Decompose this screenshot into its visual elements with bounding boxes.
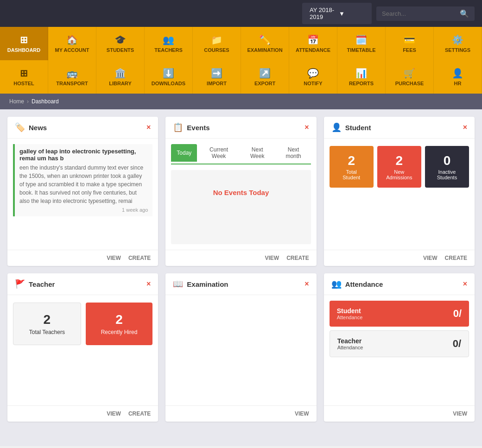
attendance-view-link[interactable]: VIEW (453, 410, 467, 417)
nav-item-notify[interactable]: 💬NOTIFY (289, 60, 337, 94)
teacher-att-value: 0/ (453, 338, 461, 350)
student-card-footer: VIEW CREATE (324, 250, 475, 266)
examination-close-button[interactable]: × (304, 280, 309, 288)
nav-item-examination[interactable]: ✏️EXAMINATION (241, 27, 289, 60)
search-button[interactable]: 🔍 (460, 9, 469, 18)
settings-icon: ⚙️ (452, 34, 463, 45)
teacher-card-header: 🚩 Teacher × (7, 273, 158, 295)
news-card-title: 🏷️ News (15, 122, 47, 133)
total-student-stat: 2 TotalStudent (330, 146, 374, 188)
attendance-close-button[interactable]: × (463, 280, 467, 288)
inactive-students-stat: 0 InactiveStudents (425, 146, 469, 188)
teacher-stats: 2 Total Teachers 2 Recently Hired (13, 303, 152, 345)
nav-item-fees[interactable]: 💳FEES (386, 27, 434, 60)
teacher-card-footer: VIEW CREATE (7, 405, 158, 422)
attendance-icon: 📅 (307, 34, 319, 45)
nav-item-transport[interactable]: 🚌TRANSPORT (48, 60, 96, 94)
recently-hired-stat: 2 Recently Hired (86, 303, 153, 345)
teacher-att-title: Teacher (337, 337, 363, 345)
nav-item-timetable[interactable]: 🗓️TIMETABLE (337, 27, 386, 60)
news-view-link[interactable]: VIEW (107, 255, 121, 261)
news-close-button[interactable]: × (146, 123, 151, 132)
student-create-link[interactable]: CREATE (445, 255, 467, 261)
nav-item-dashboard[interactable]: ⊞DASHBOARD (0, 27, 48, 60)
examination-view-link[interactable]: VIEW (295, 410, 309, 417)
teacher-view-link[interactable]: VIEW (107, 410, 121, 417)
student-att-sub: Attendance (337, 315, 363, 320)
news-create-link[interactable]: CREATE (128, 255, 151, 261)
nav-item-export[interactable]: ↗️EXPORT (241, 60, 289, 94)
new-admissions-label: NewAdmissions (386, 169, 412, 180)
nav-item-attendance[interactable]: 📅ATTENDANCE (289, 27, 337, 60)
student-att-value: 0/ (453, 308, 462, 320)
library-icon: 🏛️ (114, 68, 126, 79)
teacher-card: 🚩 Teacher × 2 Total Teachers 2 Recently … (7, 273, 158, 422)
student-close-button[interactable]: × (463, 123, 467, 132)
dropdown-icon: ▼ (339, 10, 364, 17)
news-item-time: 1 week ago (19, 207, 148, 213)
total-teachers-stat: 2 Total Teachers (13, 303, 81, 345)
events-tab-next-week[interactable]: Next Week (241, 144, 274, 162)
events-tab-next-month[interactable]: Next month (276, 144, 311, 162)
downloads-icon: ⬇️ (163, 68, 174, 79)
events-card-header: 📋 Events × (165, 117, 316, 139)
breadcrumb-home[interactable]: Home (9, 98, 24, 105)
nav-item-settings[interactable]: ⚙️SETTINGS (434, 27, 482, 60)
dashboard-grid: 🏷️ News × galley of leap into electronic… (7, 117, 475, 422)
nav-item-downloads[interactable]: ⬇️DOWNLOADS (145, 60, 193, 94)
student-icon: 👤 (331, 122, 342, 133)
export-icon: ↗️ (259, 68, 271, 79)
no-events-text: No Events Today (171, 170, 311, 215)
nav-item-library[interactable]: 🏛️LIBRARY (96, 60, 145, 94)
main-content: 🏷️ News × galley of leap into electronic… (0, 109, 482, 446)
events-close-button[interactable]: × (304, 123, 309, 132)
attendance-card-header: 👥 Attendance × (324, 273, 475, 295)
year-selector[interactable]: AY 2018-2019 ▼ (302, 3, 372, 24)
attendance-icon: 👥 (331, 279, 342, 289)
events-card: 📋 Events × TodayCurrent WeekNext WeekNex… (165, 117, 316, 266)
top-bar: AY 2018-2019 ▼ 🔍 (0, 0, 482, 27)
teacher-close-button[interactable]: × (146, 280, 151, 288)
student-att-title: Student (337, 307, 363, 315)
hostel-icon: ⊞ (20, 68, 28, 79)
student-att-info: Student Attendance (337, 307, 363, 320)
nav-item-my-account[interactable]: 🏠MY ACCOUNT (48, 27, 96, 60)
nav-item-import[interactable]: ➡️IMPORT (193, 60, 241, 94)
notify-icon: 💬 (307, 68, 319, 79)
events-view-link[interactable]: VIEW (265, 255, 279, 261)
student-attendance-row: Student Attendance 0/ (330, 301, 469, 327)
search-input[interactable] (382, 10, 460, 17)
examination-card: 📖 Examination × VIEW (165, 273, 316, 422)
transport-icon: 🚌 (66, 68, 78, 79)
events-tab-current-week[interactable]: Current Week (199, 144, 238, 162)
breadcrumb-sep: › (27, 98, 29, 105)
inactive-students-label: InactiveStudents (437, 169, 457, 180)
fees-icon: 💳 (404, 34, 415, 45)
examination-card-header: 📖 Examination × (165, 273, 316, 295)
events-tab-today[interactable]: Today (171, 144, 197, 162)
nav-item-hostel[interactable]: ⊞HOSTEL (0, 60, 48, 94)
student-stats: 2 TotalStudent 2 NewAdmissions 0 Inactiv… (330, 146, 469, 188)
student-card-body: 2 TotalStudent 2 NewAdmissions 0 Inactiv… (324, 139, 475, 250)
nav-item-reports[interactable]: 📊REPORTS (337, 60, 386, 94)
nav-item-students[interactable]: 🎓STUDENTS (96, 27, 145, 60)
student-view-link[interactable]: VIEW (423, 255, 438, 261)
events-area: No Events Today (171, 170, 311, 244)
teacher-icon: 🚩 (15, 279, 25, 289)
events-card-footer: VIEW CREATE (165, 250, 316, 266)
nav-item-courses[interactable]: 📁COURSES (193, 27, 241, 60)
events-create-link[interactable]: CREATE (286, 255, 309, 261)
breadcrumb: Home › Dashboard (0, 94, 482, 109)
new-admissions-stat: 2 NewAdmissions (377, 146, 421, 188)
breadcrumb-current: Dashboard (32, 98, 59, 105)
nav-item-hr[interactable]: 👤HR (434, 60, 482, 94)
students-icon: 🎓 (114, 34, 126, 45)
inactive-students-num: 0 (444, 153, 451, 168)
examination-icon: 📖 (173, 279, 183, 289)
examination-card-body (165, 295, 316, 405)
student-card-header: 👤 Student × (324, 117, 475, 139)
news-card: 🏷️ News × galley of leap into electronic… (7, 117, 158, 266)
nav-item-purchase[interactable]: 🛒PURCHASE (386, 60, 434, 94)
teacher-create-link[interactable]: CREATE (128, 410, 151, 417)
nav-item-teachers[interactable]: 👥TEACHERS (145, 27, 193, 60)
